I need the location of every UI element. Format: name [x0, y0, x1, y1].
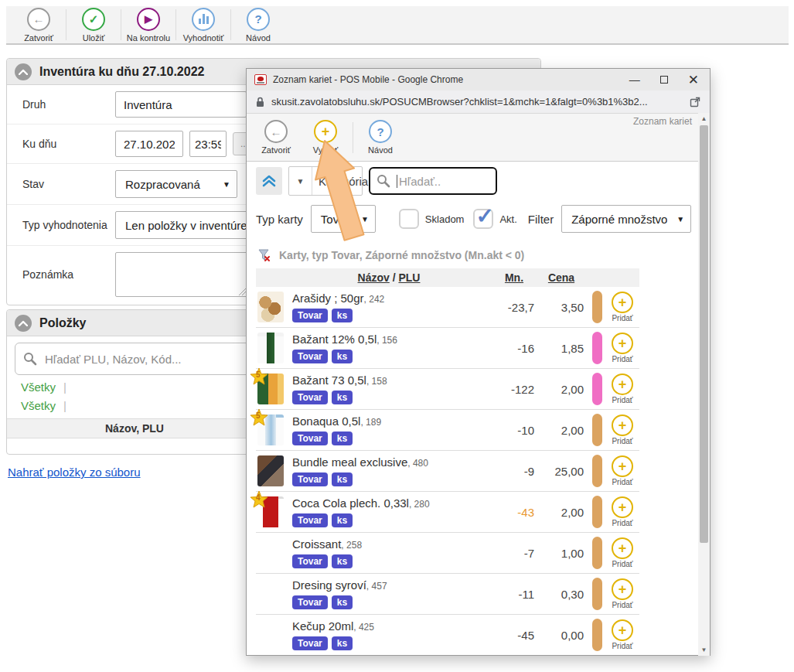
- quantity-bar: [592, 619, 602, 651]
- card-search-box[interactable]: Hľadať..: [369, 167, 497, 195]
- product-image: [257, 292, 284, 322]
- product-name[interactable]: Bonaqua 0,5l, 189: [292, 414, 491, 428]
- time-input[interactable]: [189, 131, 227, 157]
- evaluate-button[interactable]: Vyhodnotiť: [179, 8, 228, 43]
- product-image: [257, 578, 284, 609]
- collapse-chevron-icon[interactable]: [15, 63, 32, 80]
- filter-row: Typ karty Tovar ▼ Skladom ✓ Akt. Filter …: [256, 203, 698, 234]
- typ-karty-value: Tovar: [321, 213, 349, 226]
- product-image: [257, 537, 284, 568]
- plus-icon: +: [612, 333, 633, 354]
- popup-close-button[interactable]: ← Zatvoriť: [251, 120, 301, 155]
- sort-mn[interactable]: Mn.: [491, 271, 537, 284]
- card-info: Bundle meal exclusive, 480 Tovarks: [287, 455, 491, 486]
- add-card-button[interactable]: + Pridať: [605, 496, 639, 527]
- price-value: 2,00: [537, 424, 585, 437]
- card-row: Kečup 20ml, 425 Tovarks -45 0,00 + Prida…: [256, 615, 639, 654]
- url-text[interactable]: skusit.zavolatobsluhu.sk/POSUCMBrowser?c…: [271, 96, 683, 107]
- toolbar-divider: [121, 9, 121, 40]
- price-value: 0,00: [537, 629, 585, 642]
- chevron-down-icon[interactable]: ▼: [289, 167, 312, 195]
- akt-checkbox[interactable]: ✓: [473, 209, 493, 229]
- card-info: Bažant 12% 0,5l, 156 Tovarks: [287, 333, 491, 363]
- vsetky-link[interactable]: Všetky: [21, 380, 56, 394]
- upload-items-link[interactable]: Nahrať položky zo súboru: [8, 466, 141, 479]
- product-name[interactable]: Dresing syroví, 457: [292, 578, 491, 592]
- toolbar-divider: [230, 9, 231, 40]
- add-card-button[interactable]: + Pridať: [605, 333, 639, 363]
- typ-label: Typ vyhodnotenia: [22, 219, 115, 231]
- product-name[interactable]: Bažant 73 0,5l, 158: [292, 374, 491, 387]
- date-input[interactable]: [115, 131, 183, 157]
- scroll-up-arrow-icon[interactable]: ▲: [698, 113, 710, 125]
- open-in-new-icon[interactable]: [690, 97, 700, 107]
- product-name[interactable]: Kečup 20ml, 425: [292, 619, 491, 633]
- vsetky-link[interactable]: Všetky: [21, 399, 56, 412]
- add-card-button[interactable]: + Pridať: [605, 292, 639, 322]
- ku-dnu-label: Ku dňu: [22, 138, 115, 150]
- add-card-button[interactable]: + Pridať: [605, 455, 639, 486]
- product-name[interactable]: Bundle meal exclusive, 480: [292, 455, 491, 469]
- card-row: Dresing syroví, 457 Tovarks -11 0,30 + P…: [256, 574, 639, 615]
- product-name[interactable]: Arašidy ; 50gr, 242: [292, 292, 491, 305]
- popup-titlebar[interactable]: Zoznam kariet - POS Mobile - Google Chro…: [247, 69, 710, 90]
- typ-select-value: Len položky v inventúre: [125, 219, 247, 232]
- poznamka-textarea[interactable]: [115, 252, 248, 297]
- price-value: 3,50: [537, 301, 585, 314]
- quantity-bar: [592, 537, 602, 569]
- main-toolbar: ← Zatvoriť ✓ Uložiť ▶ Na kontrolu Vyhodn…: [6, 6, 789, 45]
- popup-help-label: Návod: [368, 145, 393, 155]
- product-name[interactable]: Bažant 12% 0,5l, 156: [292, 333, 491, 346]
- card-row: Arašidy ; 50gr, 242 Tovarks -23,7 3,50 +…: [256, 287, 639, 328]
- product-name[interactable]: Coca Cola plech. 0,33l, 280: [292, 496, 491, 510]
- search-icon: [23, 352, 37, 366]
- sort-nazov-plu[interactable]: Názov / PLU: [287, 271, 491, 284]
- card-type-badge: ks: [332, 513, 353, 527]
- stav-select[interactable]: Rozpracovaná ▼: [115, 170, 237, 198]
- popup-content: ← Zatvoriť + Vybrať ? Návod Zoznam karie…: [247, 114, 698, 654]
- window-close-button[interactable]: ✕: [688, 73, 699, 87]
- add-card-button[interactable]: + Pridať: [605, 537, 639, 568]
- chevron-down-icon: ▼: [223, 180, 230, 189]
- add-card-button[interactable]: + Pridať: [605, 374, 639, 404]
- minimize-button[interactable]: —: [629, 74, 640, 85]
- toolbar-divider: [66, 9, 66, 40]
- select-button[interactable]: + Vybrať: [301, 120, 350, 155]
- popup-scrollbar[interactable]: ▲ ▼: [698, 113, 710, 656]
- popup-urlbar[interactable]: skusit.zavolatobsluhu.sk/POSUCMBrowser?c…: [247, 90, 710, 114]
- quantity-bar: [592, 373, 602, 405]
- card-badges: Tovarks: [292, 636, 491, 650]
- quantity-value: -23,7: [491, 301, 537, 314]
- scroll-down-arrow-icon[interactable]: ▼: [698, 644, 710, 656]
- stav-select-value: Rozpracovaná: [125, 178, 200, 191]
- scrollbar-thumb[interactable]: [700, 125, 708, 543]
- skladom-checkbox[interactable]: [399, 209, 419, 229]
- collapse-chevron-icon[interactable]: [15, 315, 32, 332]
- plu-number: 480: [413, 458, 428, 469]
- add-card-button[interactable]: + Pridať: [605, 578, 639, 609]
- druh-input[interactable]: [115, 91, 247, 118]
- product-name[interactable]: Croissant, 258: [292, 537, 491, 551]
- filter-label: Filter: [528, 213, 554, 226]
- save-button[interactable]: ✓ Uložiť: [69, 8, 118, 43]
- card-info: Kečup 20ml, 425 Tovarks: [287, 619, 491, 650]
- add-card-button[interactable]: + Pridať: [605, 619, 639, 650]
- add-card-button[interactable]: + Pridať: [605, 414, 639, 445]
- card-type-badge: Tovar: [292, 391, 328, 404]
- pridat-label: Pridať: [612, 355, 632, 363]
- to-check-button[interactable]: ▶ Na kontrolu: [124, 8, 173, 43]
- help-button[interactable]: ? Návod: [233, 8, 283, 43]
- maximize-button[interactable]: [660, 76, 668, 84]
- sort-cena[interactable]: Cena: [537, 271, 585, 284]
- close-button[interactable]: ← Zatvoriť: [14, 8, 63, 43]
- category-combo[interactable]: ▼ Kategória: [288, 166, 363, 196]
- collapse-filters-button[interactable]: [256, 167, 282, 195]
- card-badges: Tovarks: [292, 432, 491, 445]
- card-type-badge: Tovar: [292, 595, 328, 609]
- pridat-label: Pridať: [612, 396, 632, 404]
- popup-toolbar: ← Zatvoriť + Vybrať ? Návod Zoznam karie…: [247, 114, 698, 162]
- popup-help-button[interactable]: ? Návod: [356, 120, 405, 155]
- typ-karty-select[interactable]: Tovar ▼: [311, 205, 376, 233]
- filter-select[interactable]: Záporné množstvo ▼: [561, 205, 691, 233]
- nazov-plu-header: Názov, PLU: [7, 422, 262, 435]
